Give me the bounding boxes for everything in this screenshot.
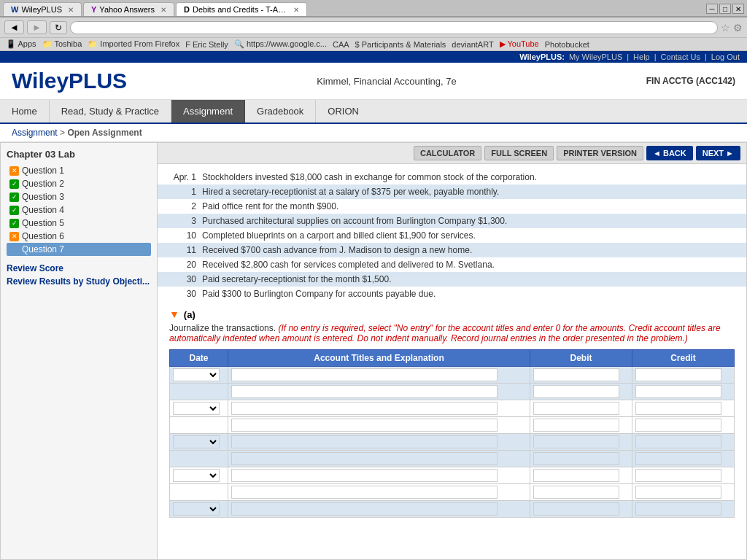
journal-credit-input-3[interactable] bbox=[635, 402, 721, 415]
journal-credit-input-4[interactable] bbox=[635, 419, 721, 432]
forward-button[interactable]: ► bbox=[27, 20, 47, 34]
nav-home[interactable]: Home bbox=[0, 100, 50, 122]
nav-orion[interactable]: ORION bbox=[316, 100, 371, 122]
breadcrumb-link[interactable]: Assignment bbox=[12, 128, 58, 138]
journal-debit-input-9[interactable] bbox=[533, 502, 619, 516]
journal-date-1 bbox=[170, 367, 228, 384]
journal-date-6 bbox=[170, 451, 228, 467]
bookmark-youtube[interactable]: ▶ YouTube bbox=[500, 39, 539, 49]
journal-credit-input-7[interactable] bbox=[635, 469, 721, 482]
trans-date-3: 2 bbox=[169, 201, 202, 211]
tab-debits[interactable]: D Debits and Credits - T-Accou... ✕ bbox=[176, 2, 307, 16]
journal-date-select-3[interactable] bbox=[173, 402, 220, 415]
journal-account-input-5[interactable] bbox=[231, 435, 498, 448]
journal-credit-input-5[interactable] bbox=[635, 435, 721, 448]
url-input[interactable]: edugen.wileyplus.com/edugen/student/main… bbox=[70, 21, 718, 34]
sidebar-item-q3[interactable]: ✓ Question 3 bbox=[7, 190, 151, 203]
back-nav-button[interactable]: ◄ BACK bbox=[646, 146, 693, 160]
bookmark-apps[interactable]: 📱 Apps bbox=[6, 39, 36, 49]
instruction-black: Journalize the transactions. bbox=[169, 323, 278, 333]
sidebar-item-q1[interactable]: ✕ Question 1 bbox=[7, 164, 151, 177]
journal-debit-input-5[interactable] bbox=[533, 435, 619, 448]
journal-credit-6 bbox=[632, 451, 735, 467]
journal-debit-input-8[interactable] bbox=[533, 486, 619, 499]
printer-version-button[interactable]: PRINTER VERSION bbox=[557, 146, 643, 160]
journal-account-input-2[interactable] bbox=[231, 385, 498, 398]
bookmark-imported[interactable]: 📁 Imported From Firefox bbox=[88, 39, 179, 49]
journal-debit-input-3[interactable] bbox=[533, 402, 619, 415]
tab-close-w[interactable]: ✕ bbox=[68, 6, 74, 14]
journal-credit-5 bbox=[632, 434, 735, 451]
nav-gradebook[interactable]: Gradebook bbox=[245, 100, 316, 122]
journal-date-select-9[interactable] bbox=[173, 502, 220, 516]
sidebar-item-q6[interactable]: ✕ Question 6 bbox=[7, 230, 151, 243]
nav-assignment[interactable]: Assignment bbox=[171, 100, 245, 122]
journal-account-input-6[interactable] bbox=[231, 452, 498, 465]
journal-account-4 bbox=[228, 417, 530, 434]
journal-debit-input-6[interactable] bbox=[533, 452, 619, 465]
transaction-row-2: 1 Hired a secretary-receptionist at a sa… bbox=[158, 184, 746, 199]
tab-close-y[interactable]: ✕ bbox=[160, 6, 166, 14]
journal-debit-input-2[interactable] bbox=[533, 385, 619, 398]
journal-credit-input-2[interactable] bbox=[635, 385, 721, 398]
journal-row-3 bbox=[170, 400, 735, 417]
my-wileyplus-link[interactable]: My WileyPLUS bbox=[569, 52, 622, 61]
nav-read-study[interactable]: Read, Study & Practice bbox=[50, 100, 171, 122]
journal-account-input-8[interactable] bbox=[231, 486, 498, 499]
wrench-button[interactable]: ⚙ bbox=[733, 22, 743, 34]
journal-account-input-9[interactable] bbox=[231, 502, 498, 516]
bookmark-toshiba[interactable]: 📁 Toshiba bbox=[42, 39, 82, 49]
bookmark-caa[interactable]: CAA bbox=[333, 40, 349, 49]
fullscreen-button[interactable]: FULL SCREEN bbox=[484, 146, 554, 160]
journal-debit-input-4[interactable] bbox=[533, 419, 619, 432]
trans-desc-7: Received $2,800 cash for services comple… bbox=[202, 260, 735, 270]
sidebar-item-q7[interactable]: Question 7 bbox=[7, 243, 151, 256]
close-button[interactable]: ✕ bbox=[732, 4, 744, 14]
bookmark-google[interactable]: 🔍 https://www.google.c... bbox=[234, 39, 327, 49]
journal-debit-5 bbox=[530, 434, 632, 451]
sidebar-item-q2[interactable]: ✓ Question 2 bbox=[7, 177, 151, 190]
review-results-link[interactable]: Review Results by Study Objecti... bbox=[7, 276, 151, 287]
minimize-button[interactable]: ─ bbox=[706, 4, 718, 14]
tab-yahoo[interactable]: Y Yahoo Answers ✕ bbox=[83, 2, 174, 16]
journal-credit-input-6[interactable] bbox=[635, 452, 721, 465]
journal-credit-input-8[interactable] bbox=[635, 486, 721, 499]
journal-account-input-1[interactable] bbox=[231, 368, 498, 381]
bookmark-photobucket[interactable]: Photobucket bbox=[545, 40, 589, 49]
journal-date-select-1[interactable] bbox=[173, 368, 220, 381]
maximize-button[interactable]: □ bbox=[719, 4, 731, 14]
journal-credit-input-1[interactable] bbox=[635, 368, 721, 381]
journal-account-input-7[interactable] bbox=[231, 469, 498, 482]
next-nav-button[interactable]: NEXT ► bbox=[696, 146, 740, 160]
chapter-title: Chapter 03 Lab bbox=[7, 149, 151, 160]
question-label: (a) bbox=[184, 309, 196, 320]
contact-link[interactable]: Contact Us bbox=[661, 52, 700, 61]
logout-link[interactable]: Log Out bbox=[711, 52, 740, 61]
review-score-link[interactable]: Review Score bbox=[7, 263, 151, 273]
tab-close-d[interactable]: ✕ bbox=[293, 6, 299, 14]
bookmark-deviantart[interactable]: deviantART bbox=[452, 40, 493, 49]
trans-desc-4: Purchased architectural supplies on acco… bbox=[202, 216, 746, 226]
journal-account-input-4[interactable] bbox=[231, 419, 498, 432]
journal-debit-input-1[interactable] bbox=[533, 368, 619, 381]
reload-button[interactable]: ↻ bbox=[50, 21, 67, 34]
calculator-button[interactable]: CALCULATOR bbox=[414, 146, 481, 160]
journal-date-select-5[interactable] bbox=[173, 435, 220, 448]
journal-credit-input-9[interactable] bbox=[635, 502, 721, 516]
sidebar-item-q5[interactable]: ✓ Question 5 bbox=[7, 217, 151, 230]
sidebar-item-q4[interactable]: ✓ Question 4 bbox=[7, 203, 151, 217]
main-content: CALCULATOR FULL SCREEN PRINTER VERSION ◄… bbox=[158, 143, 746, 559]
question-instruction: Journalize the transactions. (If no entr… bbox=[169, 323, 735, 343]
bookmark-participants[interactable]: $ Participants & Materials bbox=[355, 40, 446, 49]
journal-date-select-7[interactable] bbox=[173, 469, 220, 482]
help-link[interactable]: Help bbox=[633, 52, 650, 61]
tab-label-yahoo: Yahoo Answers bbox=[99, 5, 155, 14]
browser-window-controls: ─ □ ✕ bbox=[706, 4, 744, 16]
bookmark-eric[interactable]: F Eric Stelly bbox=[185, 40, 228, 49]
journal-account-input-3[interactable] bbox=[231, 402, 498, 415]
tab-wileyplus[interactable]: W WileyPLUS ✕ bbox=[3, 2, 82, 16]
back-button[interactable]: ◄ bbox=[4, 20, 24, 34]
star-button[interactable]: ☆ bbox=[721, 22, 730, 34]
journal-debit-input-7[interactable] bbox=[533, 469, 619, 482]
transaction-row-3: 2 Paid office rent for the month $900. bbox=[169, 199, 735, 214]
